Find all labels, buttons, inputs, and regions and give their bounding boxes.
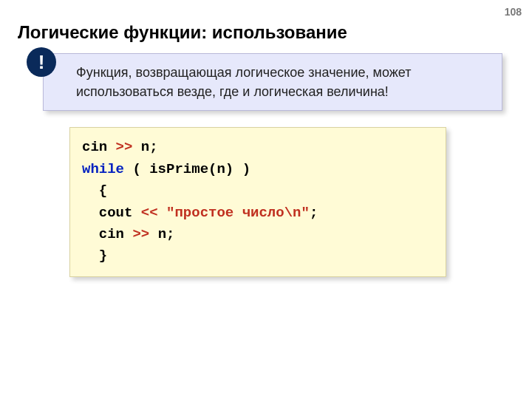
code-block: cin >> n; while ( isPrime(n) ) { cout <<… — [69, 127, 446, 277]
code-text: ; — [310, 205, 318, 221]
code-text: while — [82, 161, 124, 177]
code-text: << "простое число\n" — [141, 205, 310, 221]
page-number: 108 — [505, 6, 522, 18]
callout: ! Функция, возвращающая логическое значе… — [43, 53, 502, 111]
code-text: n; — [149, 226, 174, 242]
code-text: } — [82, 248, 107, 264]
code-text: ( isPrime(n) ) — [124, 161, 250, 177]
code-text: { — [82, 183, 107, 199]
exclamation-icon: ! — [27, 47, 56, 77]
code-text: n; — [132, 139, 157, 155]
callout-text: Функция, возвращающая логическое значени… — [43, 53, 502, 111]
code-text: cout — [82, 205, 141, 221]
page-title: Логические функции: использование — [18, 22, 514, 43]
code-text: cin — [82, 139, 116, 155]
code-text: >> — [116, 139, 133, 155]
code-text: cin — [82, 226, 132, 242]
code-text: >> — [132, 226, 149, 242]
